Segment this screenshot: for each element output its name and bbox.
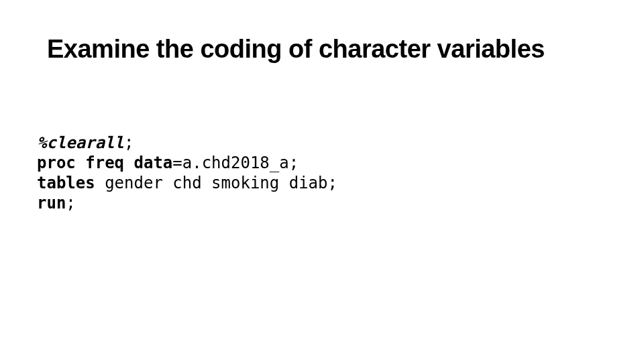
slide-title: Examine the coding of character variable…	[47, 35, 545, 64]
code-line-1: %clearall;	[37, 133, 337, 153]
code-block: %clearall; proc freq data=a.chd2018_a; t…	[37, 133, 337, 213]
code-line-3: tables gender chd smoking diab;	[37, 173, 337, 193]
tables-keyword: tables	[37, 174, 95, 192]
code-line-2: proc freq data=a.chd2018_a;	[37, 153, 337, 173]
semicolon: ;	[66, 194, 75, 213]
code-line-4: run;	[37, 193, 337, 213]
space	[124, 154, 133, 172]
macro-call: %clearall	[37, 133, 124, 152]
data-keyword: data	[134, 154, 173, 172]
semicolon: ;	[124, 133, 133, 152]
run-keyword: run	[37, 194, 66, 213]
proc-freq-keyword: proc freq	[37, 154, 124, 172]
data-value: =a.chd2018_a;	[172, 154, 299, 172]
tables-vars: gender chd smoking diab;	[95, 174, 337, 192]
